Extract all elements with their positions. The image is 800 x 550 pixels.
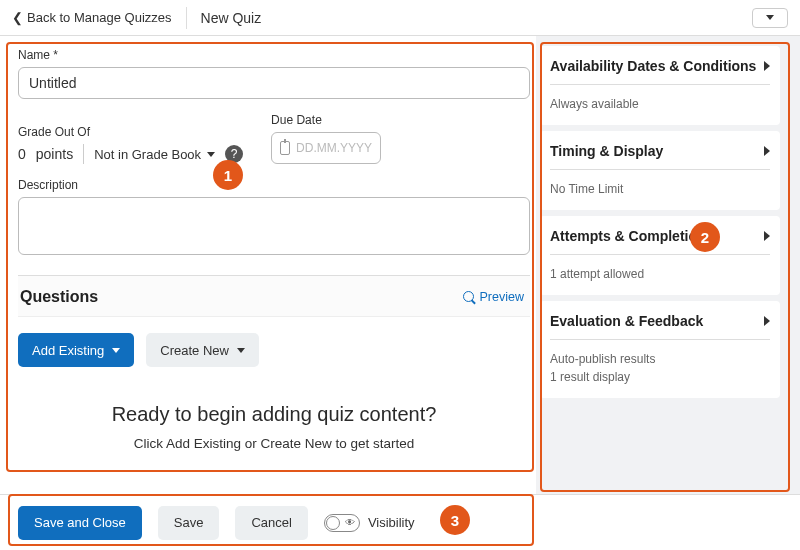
- panel-evaluation-title: Evaluation & Feedback: [550, 313, 703, 329]
- questions-title: Questions: [20, 288, 98, 306]
- add-existing-label: Add Existing: [32, 343, 104, 358]
- annotation-marker-3: 3: [440, 505, 470, 535]
- back-to-manage-link[interactable]: ❮ Back to Manage Quizzes: [12, 10, 172, 25]
- chevron-down-icon: [766, 15, 774, 20]
- panel-attempts-title: Attempts & Completion: [550, 228, 706, 244]
- empty-state-heading: Ready to begin adding quiz content?: [18, 403, 530, 426]
- panel-timing: Timing & Display No Time Limit: [540, 131, 780, 210]
- cancel-button[interactable]: Cancel: [235, 506, 307, 540]
- preview-icon: [463, 291, 476, 304]
- chevron-right-icon: [764, 61, 770, 71]
- back-label: Back to Manage Quizzes: [27, 10, 172, 25]
- panel-availability-header[interactable]: Availability Dates & Conditions: [550, 58, 770, 85]
- settings-sidebar: Availability Dates & Conditions Always a…: [540, 36, 800, 494]
- topbar: ❮ Back to Manage Quizzes New Quiz: [0, 0, 800, 36]
- page-actions-dropdown[interactable]: [752, 8, 788, 28]
- panel-evaluation-header[interactable]: Evaluation & Feedback: [550, 313, 770, 340]
- panel-evaluation: Evaluation & Feedback Auto-publish resul…: [540, 301, 780, 398]
- footer-bar: Save and Close Save Cancel 👁 Visibility: [0, 494, 800, 550]
- quiz-form-panel: Name Grade Out Of 0 points Not in Grade …: [0, 36, 540, 494]
- create-new-label: Create New: [160, 343, 229, 358]
- eye-off-icon: 👁: [345, 517, 355, 528]
- points-value: 0: [18, 146, 26, 162]
- panel-availability: Availability Dates & Conditions Always a…: [540, 46, 780, 125]
- name-label: Name: [18, 48, 528, 62]
- description-input[interactable]: [18, 197, 530, 255]
- panel-availability-sub: Always available: [550, 95, 770, 113]
- chevron-down-icon: [112, 348, 120, 353]
- save-button[interactable]: Save: [158, 506, 220, 540]
- chevron-right-icon: [764, 231, 770, 241]
- name-input[interactable]: [18, 67, 530, 99]
- toggle-pill: 👁: [324, 514, 360, 532]
- visibility-toggle[interactable]: 👁 Visibility: [324, 514, 415, 532]
- gradebook-label: Not in Grade Book: [94, 147, 201, 162]
- annotation-marker-2: 2: [690, 222, 720, 252]
- panel-timing-sub: No Time Limit: [550, 180, 770, 198]
- chevron-down-icon: [207, 152, 215, 157]
- chevron-left-icon: ❮: [12, 10, 23, 25]
- calendar-icon: [280, 141, 290, 155]
- divider: [186, 7, 187, 29]
- due-date-input[interactable]: DD.MM.YYYY: [271, 132, 381, 164]
- panel-timing-title: Timing & Display: [550, 143, 663, 159]
- panel-attempts-header[interactable]: Attempts & Completion: [550, 228, 770, 255]
- create-new-button[interactable]: Create New: [146, 333, 259, 367]
- gradebook-dropdown[interactable]: Not in Grade Book: [94, 147, 215, 162]
- description-label: Description: [18, 178, 528, 192]
- panel-timing-header[interactable]: Timing & Display: [550, 143, 770, 170]
- questions-section-header: Questions Preview: [18, 275, 530, 317]
- chevron-right-icon: [764, 146, 770, 156]
- toggle-knob: [326, 516, 340, 530]
- due-date-placeholder: DD.MM.YYYY: [296, 141, 372, 155]
- chevron-right-icon: [764, 316, 770, 326]
- annotation-marker-1: 1: [213, 160, 243, 190]
- save-and-close-button[interactable]: Save and Close: [18, 506, 142, 540]
- visibility-label: Visibility: [368, 515, 415, 530]
- preview-label: Preview: [480, 290, 524, 304]
- points-unit: points: [36, 146, 73, 162]
- panel-availability-title: Availability Dates & Conditions: [550, 58, 756, 74]
- panel-attempts: Attempts & Completion 1 attempt allowed: [540, 216, 780, 295]
- page-title: New Quiz: [201, 10, 262, 26]
- empty-state: Ready to begin adding quiz content? Clic…: [18, 403, 530, 451]
- add-existing-button[interactable]: Add Existing: [18, 333, 134, 367]
- chevron-down-icon: [237, 348, 245, 353]
- panel-evaluation-sub: Auto-publish results 1 result display: [550, 350, 770, 386]
- grade-label: Grade Out Of: [18, 125, 243, 139]
- due-date-label: Due Date: [271, 113, 381, 127]
- empty-state-sub: Click Add Existing or Create New to get …: [18, 436, 530, 451]
- panel-attempts-sub: 1 attempt allowed: [550, 265, 770, 283]
- divider: [83, 144, 84, 164]
- preview-button[interactable]: Preview: [463, 290, 524, 304]
